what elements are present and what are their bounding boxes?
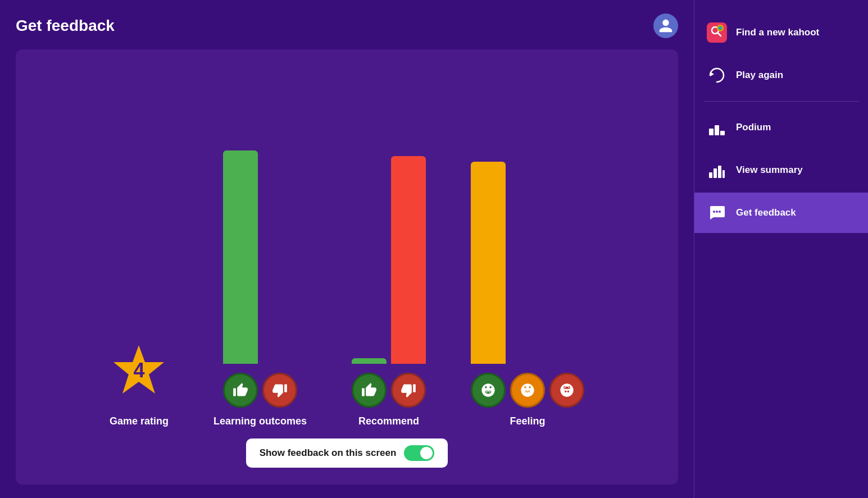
svg-rect-10 [720, 131, 725, 135]
neutral-face-icon [510, 373, 545, 408]
svg-point-17 [719, 211, 721, 213]
feedback-panel: 4 Game rating [16, 49, 678, 485]
page-header: Get feedback [16, 13, 678, 38]
play-again-label: Play again [736, 70, 783, 81]
feeling-bars [471, 150, 584, 364]
feeling-label: Feeling [510, 415, 546, 427]
sidebar-item-get-feedback[interactable]: Get feedback [694, 193, 868, 233]
avatar[interactable] [653, 13, 678, 38]
learning-outcomes-bars [223, 150, 297, 364]
learning-outcomes-label: Learning outcomes [213, 415, 307, 427]
svg-point-6 [719, 27, 721, 29]
sidebar-item-view-summary[interactable]: View summary [694, 150, 868, 190]
page-title: Get feedback [16, 17, 115, 35]
svg-point-15 [713, 211, 715, 213]
recommend-label: Recommend [358, 415, 419, 427]
bar-chart-icon [707, 160, 727, 180]
chat-icon [707, 203, 727, 223]
get-feedback-label: Get feedback [736, 207, 796, 218]
main-content: Get feedback 4 Game rating [0, 0, 694, 498]
svg-rect-9 [715, 125, 719, 135]
learning-outcomes-icons [223, 373, 297, 408]
feeling-section: Feeling [471, 150, 584, 427]
svg-rect-14 [722, 170, 725, 178]
svg-rect-11 [709, 172, 712, 178]
sidebar-item-podium[interactable]: Podium [694, 107, 868, 148]
learning-outcomes-section: Learning outcomes [213, 150, 307, 427]
sidebar-item-find-kahoot[interactable]: Find a new kahoot [694, 12, 868, 53]
sidebar-divider-1 [703, 101, 859, 102]
star-badge: 4 [111, 342, 167, 399]
show-feedback-toggle[interactable] [404, 445, 434, 461]
svg-point-16 [716, 211, 718, 213]
recommend-thumbs-down-icon [391, 373, 426, 408]
star-number: 4 [133, 359, 144, 382]
svg-rect-8 [709, 129, 714, 135]
search-kahoot-icon [707, 22, 727, 43]
toggle-knob [420, 447, 433, 459]
play-again-icon [707, 65, 727, 85]
toggle-section: Show feedback on this screen [246, 438, 448, 468]
sidebar-item-play-again[interactable]: Play again [694, 55, 868, 95]
toggle-label: Show feedback on this screen [260, 447, 397, 459]
charts-area: 4 Game rating [49, 72, 644, 433]
view-summary-label: View summary [736, 165, 803, 176]
podium-icon [707, 117, 727, 138]
bar-yes [223, 150, 258, 364]
find-kahoot-label: Find a new kahoot [736, 27, 819, 38]
recommend-bars [352, 150, 426, 364]
bar-happy [471, 162, 506, 364]
game-rating-label: Game rating [110, 415, 169, 427]
svg-marker-7 [710, 72, 714, 76]
sidebar: Find a new kahoot Play again Podium [694, 0, 868, 498]
feeling-icons [471, 373, 584, 408]
bar-recommend-no [391, 156, 426, 364]
thumbs-up-icon [223, 373, 258, 408]
sad-face-icon [549, 373, 584, 408]
happy-face-icon [471, 373, 506, 408]
svg-rect-12 [714, 168, 717, 178]
podium-label: Podium [736, 122, 771, 133]
recommend-icons [352, 373, 426, 408]
recommend-section: Recommend [352, 150, 426, 427]
game-rating-section: 4 Game rating [110, 185, 169, 427]
recommend-thumbs-up-icon [352, 373, 387, 408]
svg-rect-13 [718, 166, 721, 178]
bar-recommend-yes [352, 358, 387, 364]
thumbs-down-icon [262, 373, 297, 408]
